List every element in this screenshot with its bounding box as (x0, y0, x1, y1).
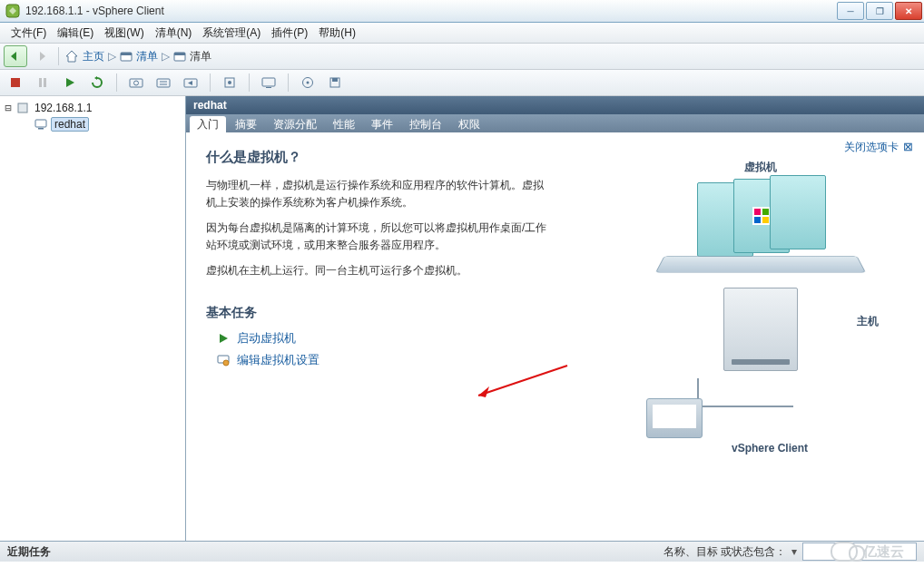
svg-rect-22 (38, 128, 44, 130)
menu-bar: 文件(F) 编辑(E) 视图(W) 清单(N) 系统管理(A) 插件(P) 帮助… (0, 23, 924, 44)
svg-rect-7 (44, 78, 46, 87)
svg-rect-6 (39, 78, 42, 87)
inventory-tree: ⊟ 192.168.1.1 redhat (0, 96, 186, 541)
svg-point-24 (223, 360, 229, 366)
task-edit-label: 编辑虚拟机设置 (237, 352, 319, 368)
menu-admin[interactable]: 系统管理(A) (197, 23, 266, 43)
illus-client-label: vSphere Client (643, 442, 897, 455)
pause-button[interactable] (31, 72, 54, 93)
svg-rect-8 (130, 79, 143, 87)
stop-button[interactable] (4, 72, 27, 93)
object-header: redhat (186, 96, 924, 114)
nav-bar: 主页 ▷ 清单 ▷ 清单 (0, 44, 924, 70)
close-icon[interactable]: ⊠ (903, 140, 913, 153)
play-button[interactable] (58, 72, 82, 93)
toolbar (0, 70, 924, 96)
illustration: 虚拟机 主机 vSpher (624, 160, 897, 471)
nav-back-button[interactable] (4, 45, 27, 67)
revert-button[interactable] (179, 72, 202, 93)
svg-rect-21 (35, 120, 46, 127)
tab-resource[interactable]: 资源分配 (266, 116, 324, 132)
settings-icon (217, 354, 230, 367)
nav-forward-button[interactable] (29, 45, 53, 67)
tab-summary[interactable]: 摘要 (228, 116, 264, 132)
vm-icon (34, 118, 47, 131)
svg-rect-4 (174, 53, 185, 55)
breadcrumb-home[interactable]: 主页 (83, 49, 104, 64)
tab-getting-started[interactable]: 入门 (190, 116, 226, 132)
svg-rect-28 (762, 209, 769, 215)
svg-point-9 (134, 81, 139, 85)
minimize-button[interactable]: ─ (837, 2, 864, 20)
tab-console[interactable]: 控制台 (402, 116, 449, 132)
svg-rect-5 (11, 78, 20, 87)
svg-rect-2 (121, 53, 132, 55)
tree-vm-label: redhat (51, 117, 89, 132)
menu-help[interactable]: 帮助(H) (313, 23, 361, 43)
snapshot-button[interactable] (124, 72, 148, 93)
content-paragraph-3: 虚拟机在主机上运行。同一台主机可运行多个虚拟机。 (206, 262, 551, 279)
svg-rect-20 (18, 103, 27, 112)
menu-file[interactable]: 文件(F) (5, 23, 52, 43)
illus-host-label: 主机 (857, 314, 879, 329)
status-recent-tasks: 近期任务 (7, 544, 51, 560)
maximize-button[interactable]: ❐ (866, 2, 893, 20)
breadcrumb: 主页 ▷ 清单 ▷ 清单 (64, 49, 211, 64)
app-icon (5, 4, 20, 18)
menu-view[interactable]: 视图(W) (99, 23, 149, 43)
cd-button[interactable] (296, 72, 319, 93)
window-title-bar: 192.168.1.1 - vSphere Client ─ ❐ ✕ (0, 0, 924, 23)
reset-button[interactable] (85, 72, 109, 93)
svg-point-17 (307, 82, 310, 84)
tree-host-label: 192.168.1.1 (33, 102, 93, 114)
status-bar: 近期任务 名称、目标 或状态包含： ▾ (0, 541, 924, 562)
floppy-button[interactable] (323, 72, 347, 93)
content-paragraph-1: 与物理机一样，虚拟机是运行操作系统和应用程序的软件计算机。虚拟机上安装的操作系统… (206, 177, 551, 210)
tab-events[interactable]: 事件 (364, 116, 400, 132)
illus-connection-line (697, 378, 793, 407)
svg-line-25 (478, 366, 567, 396)
task-start-label: 启动虚拟机 (237, 330, 296, 347)
separator (116, 73, 117, 92)
breadcrumb-sep-icon: ▷ (108, 50, 116, 63)
illus-client-box (646, 398, 703, 438)
tab-permissions[interactable]: 权限 (451, 116, 487, 132)
separator (210, 73, 211, 92)
console-button[interactable] (257, 72, 280, 93)
separator (58, 47, 59, 65)
svg-rect-10 (157, 79, 170, 87)
breadcrumb-item-1[interactable]: 清单 (136, 49, 158, 64)
close-tab-link[interactable]: 关闭选项卡 (844, 140, 899, 155)
inventory-icon (120, 50, 133, 63)
settings-button[interactable] (218, 72, 241, 93)
breadcrumb-sep-icon: ▷ (162, 50, 170, 63)
svg-rect-19 (332, 78, 338, 82)
svg-rect-15 (266, 87, 271, 88)
illus-vm-label: 虚拟机 (624, 160, 897, 175)
svg-point-13 (228, 81, 231, 84)
watermark-icon (831, 542, 858, 562)
svg-rect-29 (754, 217, 761, 223)
snapshot-manage-button[interactable] (152, 72, 175, 93)
home-icon[interactable] (64, 49, 79, 64)
tab-bar: 入门 摘要 资源分配 性能 事件 控制台 权限 (186, 114, 924, 132)
close-button[interactable]: ✕ (895, 2, 922, 20)
separator (249, 73, 250, 92)
svg-rect-30 (762, 217, 769, 223)
collapse-icon[interactable]: ⊟ (4, 102, 13, 114)
chevron-down-icon[interactable]: ▾ (791, 545, 797, 558)
watermark-text: 亿速云 (863, 543, 904, 561)
separator (288, 73, 289, 92)
tree-row-vm[interactable]: redhat (2, 116, 183, 132)
tab-performance[interactable]: 性能 (326, 116, 362, 132)
svg-rect-27 (754, 209, 761, 215)
play-icon (217, 332, 230, 345)
illus-vm-card (770, 175, 826, 249)
menu-inventory[interactable]: 清单(N) (150, 23, 198, 43)
menu-plugins[interactable]: 插件(P) (266, 23, 313, 43)
host-icon (16, 102, 29, 114)
tree-row-host[interactable]: ⊟ 192.168.1.1 (2, 100, 183, 116)
illus-host-box (723, 288, 798, 371)
menu-edit[interactable]: 编辑(E) (52, 23, 99, 43)
content-paragraph-2: 因为每台虚拟机是隔离的计算环境，所以您可以将虚拟机用作桌面/工作站环境或测试环境… (206, 220, 551, 253)
